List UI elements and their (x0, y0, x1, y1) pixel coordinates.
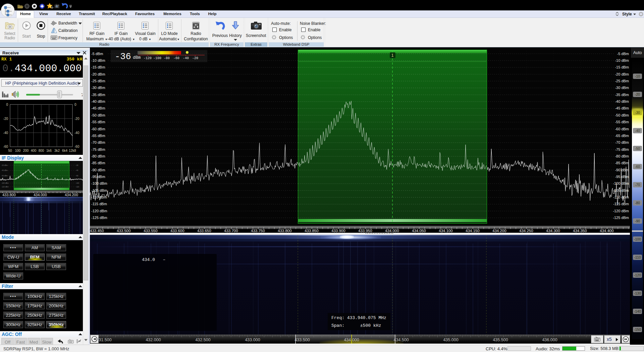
svg-text:-70 dBm: -70 dBm (91, 140, 105, 144)
svg-text:-10 dBm: -10 dBm (91, 58, 105, 62)
svg-text:-80 dBm: -80 dBm (615, 154, 629, 158)
svg-text:0: 0 (6, 103, 8, 106)
svg-text:-120 dBm: -120 dBm (613, 209, 629, 213)
svg-text:-55 dBm: -55 dBm (91, 120, 105, 124)
svg-text:3k2: 3k2 (54, 149, 60, 152)
svg-text:-40: -40 (3, 131, 8, 135)
svg-text:433.000: 433.000 (245, 338, 260, 342)
svg-text:-80: -80 (164, 56, 170, 60)
svg-text:-100: -100 (76, 182, 79, 184)
svg-text:-60: -60 (173, 56, 179, 60)
svg-text:-115 dBm: -115 dBm (91, 202, 107, 206)
svg-text:-85 dBm: -85 dBm (615, 161, 629, 165)
svg-text:-110 dBm: -110 dBm (91, 195, 107, 199)
svg-text:-100 dBm: -100 dBm (1, 182, 9, 184)
svg-text:-40 dBm: -40 dBm (615, 99, 629, 103)
svg-text:-120 dBm: -120 dBm (91, 209, 107, 213)
svg-text:800: 800 (39, 149, 44, 152)
svg-text:-30 dBm: -30 dBm (615, 86, 629, 90)
svg-text:-65 dBm: -65 dBm (615, 134, 629, 138)
svg-text:-45 dBm: -45 dBm (91, 106, 105, 110)
svg-text:-5 dBm: -5 dBm (617, 52, 629, 56)
svg-text:-120 dBm: -120 dBm (1, 186, 9, 188)
svg-text:-35 dBm: -35 dBm (615, 93, 629, 97)
svg-text:50: 50 (8, 149, 12, 152)
svg-text:-105 dBm: -105 dBm (613, 188, 629, 192)
svg-text:-40: -40 (74, 131, 79, 135)
svg-text:1: 1 (391, 53, 394, 58)
svg-text:435.000: 435.000 (443, 338, 458, 342)
svg-text:-70 dBm: -70 dBm (615, 140, 629, 144)
svg-text:-100: -100 (153, 56, 161, 60)
svg-text:-50 dBm: -50 dBm (615, 113, 629, 117)
svg-text:-75 dBm: -75 dBm (91, 147, 105, 151)
svg-text:-40: -40 (183, 56, 189, 60)
svg-text:-75 dBm: -75 dBm (615, 147, 629, 151)
svg-text:-20: -20 (3, 117, 8, 121)
svg-text:-60: -60 (76, 175, 78, 177)
svg-text:-60 dBm: -60 dBm (1, 175, 8, 177)
svg-text:-95 dBm: -95 dBm (615, 175, 629, 179)
svg-text:-30 dBm: -30 dBm (91, 86, 105, 90)
svg-text:-120: -120 (144, 56, 152, 60)
svg-text:-60 dBm: -60 dBm (91, 127, 105, 131)
svg-text:-40: -40 (76, 169, 78, 171)
svg-text:-20: -20 (76, 164, 78, 166)
svg-text:-100 dBm: -100 dBm (613, 181, 629, 185)
svg-text:-5 dBm: -5 dBm (91, 52, 103, 56)
svg-text:1k6: 1k6 (46, 149, 52, 152)
svg-text:435.500: 435.500 (493, 338, 508, 342)
svg-text:400: 400 (31, 149, 37, 152)
svg-text:-60: -60 (74, 145, 79, 148)
svg-text:434.500: 434.500 (393, 338, 409, 342)
svg-text:-35 dBm: -35 dBm (91, 93, 105, 97)
svg-text:-80 dBm: -80 dBm (91, 154, 105, 158)
svg-text:-85 dBm: -85 dBm (91, 161, 105, 165)
svg-text:-50 dBm: -50 dBm (91, 113, 105, 117)
svg-text:-15 dBm: -15 dBm (615, 65, 629, 69)
svg-text:-60: -60 (3, 145, 8, 148)
svg-text:-110 dBm: -110 dBm (613, 195, 629, 199)
svg-text:dBm: dBm (133, 55, 141, 60)
svg-text:-105 dBm: -105 dBm (91, 188, 107, 192)
svg-text:200: 200 (23, 149, 29, 152)
svg-text:-115 dBm: -115 dBm (613, 202, 629, 206)
svg-text:-10 dBm: -10 dBm (615, 58, 629, 62)
svg-text:432.500: 432.500 (195, 338, 210, 342)
svg-text:-60 dBm: -60 dBm (615, 127, 629, 131)
svg-text:-40 dBm: -40 dBm (1, 169, 8, 171)
svg-text:433.500: 433.500 (294, 338, 310, 342)
svg-text:-90 dBm: -90 dBm (615, 168, 629, 172)
svg-text:-20 dBm: -20 dBm (615, 72, 629, 76)
svg-text:-125 dBm: -125 dBm (91, 216, 107, 220)
svg-text:431.500: 431.500 (96, 338, 111, 342)
svg-text:-120: -120 (76, 186, 79, 188)
svg-text:-55 dBm: -55 dBm (615, 120, 629, 124)
svg-text:-15 dBm: -15 dBm (91, 65, 105, 69)
svg-text:100: 100 (15, 149, 21, 152)
svg-text:7: 7 (81, 92, 83, 97)
svg-text:-65 dBm: -65 dBm (91, 134, 105, 138)
svg-text:432.000: 432.000 (146, 338, 161, 342)
svg-text:-45 dBm: -45 dBm (615, 106, 629, 110)
svg-text:-20 dBm: -20 dBm (91, 72, 105, 76)
svg-text:-20 dBm: -20 dBm (1, 164, 8, 166)
svg-text:-90 dBm: -90 dBm (91, 168, 105, 172)
svg-text:436.000: 436.000 (542, 338, 557, 342)
svg-text:12k8: 12k8 (69, 149, 76, 152)
svg-text:-95 dBm: -95 dBm (91, 175, 105, 179)
svg-text:-36: -36 (115, 52, 131, 62)
svg-text:0: 0 (74, 103, 76, 106)
svg-text:-20: -20 (192, 56, 198, 60)
svg-text:-20: -20 (74, 117, 79, 121)
svg-text:6k4: 6k4 (62, 149, 68, 152)
svg-text:-100 dBm: -100 dBm (91, 181, 107, 185)
svg-text:-25 dBm: -25 dBm (615, 79, 629, 83)
svg-text:-125 dBm: -125 dBm (613, 216, 629, 220)
svg-text:-40 dBm: -40 dBm (91, 99, 105, 103)
svg-text:-25 dBm: -25 dBm (91, 79, 105, 83)
